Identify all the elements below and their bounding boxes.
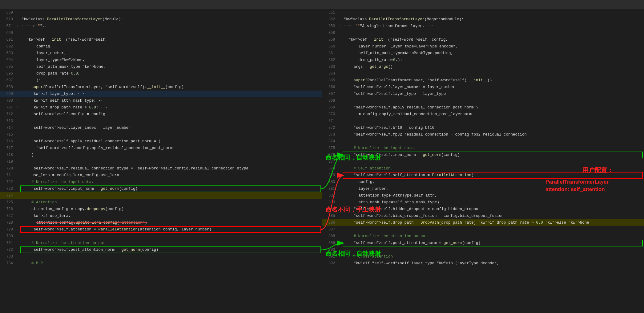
fold-arrow[interactable] — [338, 30, 343, 36]
fold-arrow[interactable] — [15, 124, 20, 131]
fold-arrow[interactable] — [15, 36, 20, 43]
fold-arrow[interactable] — [15, 213, 20, 219]
fold-arrow[interactable] — [15, 70, 20, 77]
fold-arrow[interactable] — [338, 84, 343, 91]
code-text: "self-word">self.post_attention_norm = g… — [20, 246, 322, 253]
fold-arrow[interactable] — [15, 179, 20, 185]
code-line: 859"kw">def __init__("self-word">self, c… — [322, 36, 644, 43]
fold-arrow[interactable] — [338, 104, 343, 111]
fold-arrow[interactable] — [15, 63, 20, 70]
fold-arrow[interactable] — [338, 97, 343, 104]
fold-arrow[interactable] — [15, 260, 20, 267]
fold-arrow[interactable] — [338, 50, 343, 57]
code-line: 892"kw">if "self-word">self.layer_type "… — [322, 260, 644, 267]
fold-arrow[interactable] — [338, 91, 343, 97]
fold-arrow[interactable] — [338, 219, 343, 226]
fold-arrow[interactable] — [15, 199, 20, 206]
fold-arrow[interactable] — [338, 43, 343, 50]
fold-arrow[interactable] — [15, 145, 20, 152]
fold-arrow[interactable] — [15, 131, 20, 138]
fold-arrow[interactable] — [338, 57, 343, 63]
fold-arrow[interactable] — [338, 213, 343, 219]
fold-arrow[interactable] — [15, 138, 20, 145]
fold-arrow[interactable] — [338, 199, 343, 206]
fold-arrow[interactable] — [15, 158, 20, 165]
code-line: 734# MLP — [0, 260, 322, 267]
fold-arrow[interactable] — [338, 145, 343, 152]
line-number: 697 — [0, 77, 15, 84]
fold-arrow[interactable] — [15, 152, 20, 158]
line-number: 869 — [322, 104, 338, 111]
fold-arrow[interactable] — [338, 253, 343, 260]
fold-arrow[interactable] — [338, 70, 343, 77]
fold-arrow[interactable]: › — [15, 91, 20, 97]
fold-arrow[interactable] — [338, 179, 343, 185]
line-number: 882 — [322, 192, 338, 199]
fold-arrow[interactable] — [338, 233, 343, 240]
fold-arrow[interactable] — [15, 185, 20, 192]
fold-arrow[interactable] — [338, 131, 343, 138]
fold-arrow[interactable] — [15, 172, 20, 179]
line-number: 734 — [0, 260, 15, 267]
fold-arrow[interactable] — [15, 9, 20, 16]
fold-arrow[interactable] — [15, 111, 20, 118]
fold-arrow[interactable] — [15, 43, 20, 50]
fold-arrow[interactable] — [338, 36, 343, 43]
fold-arrow[interactable] — [338, 260, 343, 267]
fold-arrow[interactable] — [15, 50, 20, 57]
fold-arrow[interactable] — [338, 165, 343, 172]
fold-arrow[interactable] — [15, 57, 20, 63]
fold-arrow[interactable] — [338, 206, 343, 213]
fold-arrow[interactable] — [338, 138, 343, 145]
fold-arrow[interactable] — [15, 77, 20, 84]
fold-arrow[interactable] — [338, 246, 343, 253]
fold-arrow[interactable] — [15, 84, 20, 91]
code-text — [343, 138, 644, 145]
fold-arrow[interactable] — [338, 158, 343, 165]
fold-arrow[interactable] — [338, 192, 343, 199]
code-line: 891# Cross attention. — [322, 253, 644, 260]
fold-arrow[interactable] — [15, 165, 20, 172]
fold-arrow[interactable] — [15, 253, 20, 260]
fold-arrow[interactable]: › — [15, 23, 20, 30]
fold-arrow[interactable] — [338, 240, 343, 246]
line-number: 714 — [0, 124, 15, 131]
code-text: "kw">if self_attn_mask_type: ··· — [20, 97, 322, 104]
fold-arrow[interactable] — [338, 118, 343, 124]
fold-arrow[interactable] — [15, 192, 20, 199]
fold-arrow[interactable] — [15, 233, 20, 240]
code-text: args = get_args() — [343, 63, 644, 70]
fold-arrow[interactable]: › — [15, 97, 20, 104]
fold-arrow[interactable] — [338, 226, 343, 233]
fold-arrow[interactable] — [15, 240, 20, 246]
main-container: 669670"kw">class ParallelTransformerLaye… — [0, 0, 644, 313]
code-text: "kw">if "self-word">self.layer_type "kw"… — [343, 260, 644, 267]
fold-arrow[interactable] — [15, 30, 20, 36]
line-number: 881 — [322, 185, 338, 192]
line-number: 866 — [322, 84, 338, 91]
code-text: "kw">class ParallelTransformerLayer(Modu… — [20, 16, 322, 23]
fold-arrow[interactable]: › — [15, 104, 20, 111]
fold-arrow[interactable] — [15, 16, 20, 23]
line-number: 726 — [0, 206, 15, 213]
fold-arrow[interactable] — [338, 16, 343, 23]
code-line: 885"self-word">self.bias_dropout_fusion … — [322, 213, 644, 219]
fold-arrow[interactable]: › — [338, 23, 343, 30]
fold-arrow[interactable] — [338, 172, 343, 179]
fold-arrow[interactable] — [15, 226, 20, 233]
fold-arrow[interactable] — [338, 77, 343, 84]
fold-arrow[interactable] — [15, 206, 20, 213]
line-number: 860 — [322, 43, 338, 50]
fold-arrow[interactable] — [338, 152, 343, 158]
fold-arrow[interactable] — [15, 118, 20, 124]
fold-arrow[interactable] — [338, 185, 343, 192]
fold-arrow[interactable] — [338, 124, 343, 131]
fold-arrow[interactable] — [338, 111, 343, 118]
fold-arrow[interactable] — [338, 9, 343, 16]
fold-arrow[interactable] — [15, 219, 20, 226]
fold-arrow[interactable] — [15, 246, 20, 253]
code-line: 715 — [0, 131, 322, 138]
line-number: 874 — [322, 138, 338, 145]
code-line: 867"self-word">self.layer_type = layer_t… — [322, 91, 644, 97]
fold-arrow[interactable] — [338, 63, 343, 70]
